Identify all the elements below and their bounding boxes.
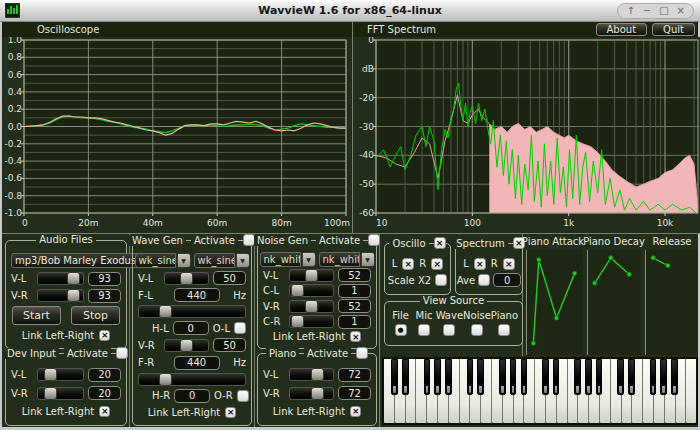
- slider-handle[interactable]: [305, 300, 318, 313]
- pianovol-v-l-slider[interactable]: [289, 368, 334, 381]
- wave-freq-slider[interactable]: [138, 305, 246, 318]
- black-key[interactable]: [542, 359, 549, 395]
- view-source-radio-wave[interactable]: [443, 324, 455, 336]
- wave-v-l-value[interactable]: 50: [213, 271, 246, 285]
- view-source-radio-piano[interactable]: [498, 324, 510, 336]
- audio-v-l-value[interactable]: 93: [88, 272, 121, 286]
- dev-v-l-slider[interactable]: [37, 368, 84, 381]
- noise-type-left-dropdown[interactable]: nk_white▼: [260, 252, 316, 267]
- black-key[interactable]: [596, 359, 603, 395]
- slider-handle[interactable]: [180, 339, 193, 352]
- black-key[interactable]: [585, 359, 592, 395]
- noise-c-l-slider[interactable]: [289, 284, 334, 297]
- wave-type-right-dropdown[interactable]: wk_sine▼: [194, 253, 250, 268]
- wave-v-r-slider[interactable]: [164, 339, 209, 352]
- section-divider[interactable]: [2, 233, 700, 234]
- maximize-icon[interactable]: □: [659, 4, 668, 18]
- black-key[interactable]: [553, 359, 560, 395]
- slider-handle[interactable]: [180, 272, 193, 285]
- wave-h-r-value[interactable]: 0: [174, 389, 210, 403]
- chevron-down-icon[interactable]: ▼: [236, 253, 250, 268]
- column-divider-3[interactable]: [379, 234, 380, 427]
- black-key[interactable]: [402, 359, 409, 395]
- audio-file-combo[interactable]: mp3/Bob Marley Exodus/: [11, 253, 144, 268]
- minimize-icon[interactable]: −: [643, 4, 651, 18]
- dev-link-checkbox[interactable]: ×: [99, 406, 110, 417]
- black-key[interactable]: [617, 359, 624, 395]
- black-key[interactable]: [434, 359, 441, 395]
- audio-v-r-value[interactable]: 93: [88, 289, 121, 303]
- wave-type-left-dropdown[interactable]: wk_sine▼: [135, 253, 191, 268]
- piano-decay-envelope[interactable]: [587, 250, 641, 355]
- black-key[interactable]: [467, 359, 474, 395]
- white-key[interactable]: [686, 359, 696, 423]
- oscillo-scale-checkbox[interactable]: [435, 274, 447, 286]
- noise-c-r-slider[interactable]: [289, 315, 334, 328]
- wave-f-l-value[interactable]: 440: [174, 288, 220, 302]
- about-button[interactable]: About: [596, 23, 648, 36]
- chevron-down-icon[interactable]: ▼: [361, 252, 375, 267]
- noise-c-r-value[interactable]: 1: [338, 315, 371, 329]
- wave-link-checkbox[interactable]: ×: [225, 407, 236, 418]
- slider-handle[interactable]: [291, 284, 304, 297]
- wave-f-r-value[interactable]: 440: [174, 356, 220, 370]
- dev-v-r-value[interactable]: 20: [88, 386, 121, 400]
- dev-v-r-slider[interactable]: [37, 387, 84, 400]
- slider-handle[interactable]: [159, 305, 172, 318]
- spectrum-ave-value[interactable]: 0: [493, 273, 521, 287]
- dev-v-l-value[interactable]: 20: [88, 368, 121, 382]
- piano-attack-envelope[interactable]: [526, 250, 583, 355]
- pianovol-v-r-value[interactable]: 72: [338, 386, 371, 400]
- slider-handle[interactable]: [291, 315, 304, 328]
- spectrum-l-checkbox[interactable]: ×: [474, 258, 486, 270]
- wave-v-l-slider[interactable]: [164, 272, 209, 285]
- black-key[interactable]: [671, 359, 678, 395]
- black-key[interactable]: [499, 359, 506, 395]
- black-key[interactable]: [510, 359, 517, 395]
- view-source-radio-mic[interactable]: [418, 324, 430, 336]
- wave-freq-slider[interactable]: [138, 373, 246, 386]
- shade-icon[interactable]: ↑: [626, 4, 634, 18]
- oscillo-r-checkbox[interactable]: ×: [431, 258, 443, 270]
- piano-keyboard[interactable]: [382, 357, 698, 425]
- black-key[interactable]: [477, 359, 484, 395]
- wave-v-r-value[interactable]: 50: [213, 338, 246, 352]
- audio-link-checkbox[interactable]: ×: [99, 330, 110, 341]
- close-icon[interactable]: ×: [677, 4, 685, 18]
- black-key[interactable]: [445, 359, 452, 395]
- wave-o-l-checkbox[interactable]: [234, 322, 246, 334]
- wave-o-r-checkbox[interactable]: [237, 390, 249, 402]
- chevron-down-icon[interactable]: ▼: [177, 253, 191, 268]
- stop-button[interactable]: Stop: [71, 306, 120, 325]
- black-key[interactable]: [424, 359, 431, 395]
- titlebar[interactable]: WavvieW 1.6 for x86_64-linux ↑ − □ ×: [0, 0, 700, 22]
- black-key[interactable]: [660, 359, 667, 395]
- slider-handle[interactable]: [311, 368, 324, 381]
- slider-handle[interactable]: [67, 272, 80, 285]
- black-key[interactable]: [628, 359, 635, 395]
- noise-c-l-value[interactable]: 1: [338, 284, 371, 298]
- noise-v-r-value[interactable]: 52: [338, 299, 371, 313]
- start-button[interactable]: Start: [12, 306, 61, 325]
- pianovol-v-r-slider[interactable]: [289, 387, 334, 400]
- slider-handle[interactable]: [44, 387, 57, 400]
- pianovol-v-l-value[interactable]: 72: [338, 368, 371, 382]
- column-divider-2[interactable]: [254, 234, 255, 427]
- noise-v-l-value[interactable]: 52: [338, 268, 371, 282]
- audio-v-r-slider[interactable]: [37, 289, 84, 302]
- release-envelope[interactable]: [645, 250, 698, 355]
- noise-v-r-slider[interactable]: [289, 300, 334, 313]
- black-key[interactable]: [521, 359, 528, 395]
- black-key[interactable]: [391, 359, 398, 395]
- slider-handle[interactable]: [159, 373, 172, 386]
- pianovol-link-checkbox[interactable]: ×: [350, 406, 361, 417]
- black-key[interactable]: [574, 359, 581, 395]
- noise-link-checkbox[interactable]: ×: [350, 331, 361, 342]
- spectrum-ave-checkbox[interactable]: [478, 274, 490, 286]
- slider-handle[interactable]: [67, 289, 80, 302]
- audio-v-l-slider[interactable]: [37, 272, 84, 285]
- pane-divider[interactable]: [352, 22, 353, 233]
- view-source-radio-noise[interactable]: [471, 324, 483, 336]
- slider-handle[interactable]: [311, 387, 324, 400]
- view-source-radio-file[interactable]: ●: [395, 324, 407, 336]
